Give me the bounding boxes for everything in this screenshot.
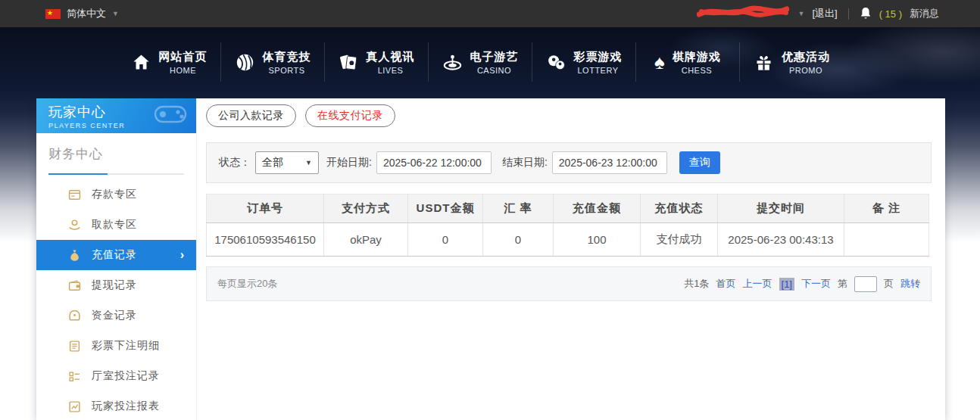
filter-bar: 状态： 全部 ▼ 开始日期: 结束日期: 查询: [206, 142, 932, 183]
sidebar-item-withdraw[interactable]: 取款专区: [36, 210, 196, 240]
nav-item-lives[interactable]: 真人视讯 LIVES: [325, 42, 429, 82]
first-page-link[interactable]: 首页: [716, 277, 736, 291]
spade-icon: ♠: [654, 52, 665, 73]
wallet-icon: [68, 279, 81, 292]
query-button[interactable]: 查询: [679, 151, 720, 174]
gamepad-icon: [151, 102, 190, 131]
sidebar-item-player-bet-report[interactable]: 玩家投注报表: [36, 391, 196, 420]
end-date-label: 结束日期:: [502, 156, 548, 170]
page-jump-input[interactable]: [854, 276, 877, 292]
cell-remark: [844, 223, 929, 257]
china-flag-icon: ★: [45, 9, 61, 19]
sidebar-item-lottery-bet-details[interactable]: 彩票下注明细: [36, 331, 196, 361]
sidebar-item-withdrawal-records[interactable]: 提现记录: [36, 270, 196, 300]
chevron-right-icon: ›: [180, 248, 184, 262]
nav-item-sports[interactable]: 体育竞技 SPORTS: [221, 42, 325, 82]
jump-button[interactable]: 跳转: [900, 277, 920, 291]
start-date-input[interactable]: [376, 151, 492, 174]
section-title: 财务中心: [48, 145, 184, 163]
main-navbar: 网站首页 HOME 体育竞技 SPORTS 真人视讯: [0, 27, 980, 97]
pagination-bar: 每页显示20条 共1条 首页 上一页 [1] 下一页 第 页 跳转: [206, 266, 932, 301]
section-underline: [48, 173, 184, 175]
cell-recharge-amount: 100: [554, 223, 641, 257]
col-recharge-status: 充值状态: [641, 194, 718, 223]
message-label[interactable]: 新消息: [910, 7, 939, 20]
status-select[interactable]: 全部 ▼: [255, 151, 319, 174]
cell-usdt-amount: 0: [408, 223, 483, 257]
logout-button[interactable]: [退出]: [812, 7, 837, 20]
start-date-label: 开始日期:: [326, 156, 372, 170]
sidebar-menu: 存款专区 取款专区 充值记录 › 提现记录: [36, 179, 196, 420]
document-icon: [68, 340, 81, 353]
records-table: 订单号 支付方式 USDT金额 汇 率 充值金额 充值状态 提交时间 备 注 1…: [206, 194, 929, 257]
total-count: 共1条: [684, 277, 709, 291]
lottery-balls-icon: [546, 52, 566, 73]
chevron-down-icon: ▼: [112, 10, 119, 17]
report-chart-icon: [68, 400, 81, 413]
col-order-number: 订单号: [207, 194, 324, 223]
nav-item-home[interactable]: 网站首页 HOME: [117, 42, 221, 82]
cell-recharge-status: 支付成功: [641, 223, 718, 257]
col-payment-method: 支付方式: [324, 194, 408, 223]
sidebar-item-funds-records[interactable]: 资金记录: [36, 300, 196, 331]
sidebar-item-recharge-records[interactable]: 充值记录 ›: [36, 240, 196, 270]
sports-ball-icon: [235, 52, 255, 73]
language-selector[interactable]: ★ 简体中文 ▼: [45, 7, 119, 20]
sidebar-header: 玩家中心 PLAYERS CENTER: [36, 98, 196, 133]
jump-suffix: 页: [884, 277, 894, 291]
page-size-label: 每页显示20条: [217, 277, 277, 291]
nav-item-casino[interactable]: 电子游艺 CASINO: [429, 42, 532, 82]
prev-page-link[interactable]: 上一页: [743, 277, 772, 291]
next-page-link[interactable]: 下一页: [801, 277, 831, 291]
withdraw-hand-icon: [68, 219, 81, 232]
username-redacted[interactable]: [697, 5, 789, 23]
col-remark: 备 注: [844, 194, 929, 223]
cell-payment-method: okPay: [324, 223, 408, 257]
sidebar: 玩家中心 PLAYERS CENTER 财务中心 存款专区: [36, 98, 197, 420]
home-icon: [131, 52, 151, 73]
end-date-input[interactable]: [552, 151, 667, 174]
content-wrapper: 玩家中心 PLAYERS CENTER 财务中心 存款专区: [36, 98, 945, 420]
account-chevron-down-icon[interactable]: ▼: [798, 10, 805, 17]
chevron-down-icon: ▼: [305, 159, 312, 166]
col-usdt-amount: USDT金额: [408, 194, 483, 223]
current-page-indicator: [1]: [779, 278, 794, 291]
status-label: 状态：: [219, 156, 251, 170]
notification-bell-icon[interactable]: [860, 7, 872, 20]
nav-item-promo[interactable]: 优惠活动 PROMO: [740, 42, 844, 82]
list-icon: [68, 370, 81, 383]
money-bag-icon: [68, 249, 81, 262]
sidebar-item-deposit[interactable]: 存款专区: [36, 179, 196, 210]
divider: [848, 8, 849, 20]
roulette-icon: [442, 52, 463, 73]
deposit-card-icon: [68, 188, 81, 201]
tab-online-payment-records[interactable]: 在线支付记录: [305, 104, 395, 127]
cell-exchange-rate: 0: [483, 223, 554, 257]
col-submit-time: 提交时间: [718, 194, 844, 223]
cell-order-number: 1750610593546150: [207, 223, 324, 257]
col-exchange-rate: 汇 率: [483, 194, 554, 223]
message-count[interactable]: ( 15 ): [879, 8, 902, 20]
gift-icon: [754, 52, 774, 73]
jump-prefix: 第: [838, 277, 847, 291]
table-header-row: 订单号 支付方式 USDT金额 汇 率 充值金额 充值状态 提交时间 备 注: [207, 194, 929, 223]
table-row: 1750610593546150 okPay 0 0 100 支付成功 2025…: [207, 223, 929, 257]
tab-company-deposit-records[interactable]: 公司入款记录: [206, 104, 296, 127]
col-recharge-amount: 充值金额: [554, 194, 641, 223]
cards-icon: [339, 52, 359, 73]
main-content: 公司入款记录 在线支付记录 状态： 全部 ▼ 开始日期: 结束日期: 查询 订单…: [206, 98, 932, 420]
record-tabs: 公司入款记录 在线支付记录: [206, 104, 395, 127]
cell-submit-time: 2025-06-23 00:43:13: [718, 223, 844, 257]
nav-item-lottery[interactable]: 彩票游戏 LOTTERY: [532, 42, 636, 82]
topbar: ★ 简体中文 ▼ ▼ [退出] ( 15 ) 新消息: [0, 0, 980, 27]
language-label: 简体中文: [67, 7, 106, 20]
purse-icon: [68, 310, 81, 322]
sidebar-item-hall-bet-records[interactable]: 厅室投注记录: [36, 361, 196, 391]
sidebar-section: 财务中心: [36, 133, 196, 175]
nav-item-chess[interactable]: ♠ 棋牌游戏 CHESS: [636, 42, 740, 82]
